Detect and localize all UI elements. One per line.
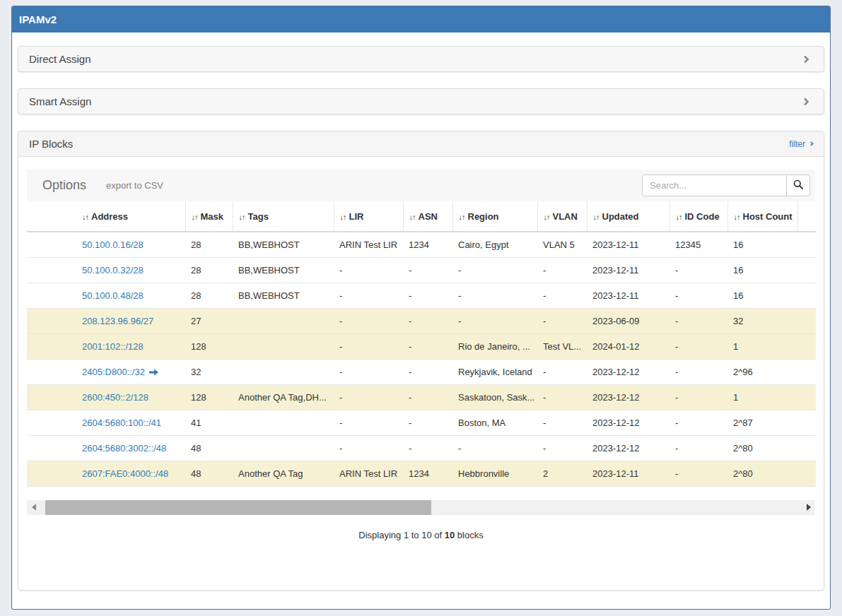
lir-cell: - [334, 334, 403, 360]
sort-icon[interactable]: ↓↑ [82, 213, 88, 221]
column-header-id_code[interactable]: ↓↑ID Code [669, 201, 727, 232]
vlan-cell: - [537, 360, 587, 385]
vlan-cell: 2 [537, 461, 587, 487]
id-code-cell: - [669, 283, 727, 309]
address-link[interactable]: 2600:450::2/128 [82, 392, 148, 403]
vlan-cell: - [537, 283, 587, 309]
address-cell: 2604:5680:3002::/48 [76, 436, 185, 461]
filler-column-header [797, 201, 816, 232]
blank-cell [27, 385, 76, 410]
column-header-label: Region [468, 211, 499, 222]
address-link[interactable]: 2604:5680:3002::/48 [82, 443, 166, 454]
column-header-label: LIR [349, 211, 364, 222]
address-link[interactable]: 2604:5680:100::/41 [82, 417, 161, 428]
id-code-cell: - [669, 334, 727, 360]
address-link[interactable]: 50.100.0.16/28 [82, 239, 144, 250]
search-input[interactable] [642, 174, 787, 196]
scroll-right-icon[interactable] [807, 504, 811, 511]
chevron-right-icon [801, 55, 809, 63]
sort-icon[interactable]: ↓↑ [409, 213, 416, 221]
lir-cell: - [334, 360, 403, 385]
region-cell: Saskatoon, Sask... [452, 385, 537, 410]
updated-cell: 2023-12-12 [587, 385, 669, 410]
mask-cell: 27 [185, 309, 233, 334]
host-count-cell: 16 [727, 283, 797, 309]
table-body: 50.100.0.16/28 28 BB,WEBHOST ARIN Test L… [27, 232, 816, 487]
address-cell: 2405:D800::/32 [76, 360, 185, 385]
column-header-tags[interactable]: ↓↑Tags [233, 201, 334, 232]
blank-cell [27, 283, 76, 309]
lir-cell: - [334, 410, 403, 436]
id-code-cell: 12345 [669, 232, 727, 258]
options-toolbar: Options export to CSV [27, 170, 815, 201]
filter-link[interactable]: filter [789, 139, 813, 149]
column-header-label: ID Code [685, 211, 720, 222]
column-header-mask[interactable]: ↓↑Mask [185, 201, 233, 232]
sort-icon[interactable]: ↓↑ [239, 213, 245, 221]
scroll-left-icon[interactable] [32, 504, 36, 511]
column-header-label: Address [91, 211, 128, 222]
table-row: 2604:5680:100::/41 41 - - Boston, MA - 2… [27, 410, 816, 436]
blank-cell [27, 309, 76, 334]
tags-cell: BB,WEBHOST [233, 258, 334, 283]
host-count-cell: 32 [727, 309, 797, 334]
sort-icon[interactable]: ↓↑ [593, 213, 600, 221]
sort-icon[interactable]: ↓↑ [544, 213, 550, 221]
host-count-cell: 2^80 [727, 436, 797, 461]
column-header-host_count[interactable]: ↓↑Host Count [727, 201, 797, 232]
address-link[interactable]: 50.100.0.32/28 [82, 265, 144, 276]
filler-cell [797, 436, 816, 461]
sort-icon[interactable]: ↓↑ [459, 213, 465, 221]
column-header-address[interactable]: ↓↑Address [76, 201, 185, 232]
column-header-asn[interactable]: ↓↑ASN [403, 201, 452, 232]
blank-cell [27, 410, 76, 436]
asn-cell: - [403, 410, 452, 436]
region-cell: - [452, 436, 537, 461]
scrollbar-thumb[interactable] [45, 500, 431, 515]
id-code-cell: - [669, 309, 727, 334]
panel-smart-assign[interactable]: Smart Assign [18, 88, 824, 114]
panel-direct-assign[interactable]: Direct Assign [18, 46, 824, 72]
region-cell: Rio de Janeiro, ... [452, 334, 537, 360]
column-header-updated[interactable]: ↓↑Updated [587, 201, 669, 232]
search-button[interactable] [786, 174, 810, 196]
address-link[interactable]: 2001:102::/128 [82, 341, 144, 352]
table-row: 50.100.0.48/28 28 BB,WEBHOST - - - - 202… [27, 283, 816, 309]
host-count-cell: 2^80 [727, 461, 797, 487]
filler-cell [797, 283, 816, 309]
region-cell: - [452, 283, 537, 309]
address-link[interactable]: 208.123.96.96/27 [82, 316, 153, 326]
tags-cell: Another QA Tag [233, 461, 334, 487]
address-link[interactable]: 2405:D800::/32 [82, 367, 145, 377]
column-header-lir[interactable]: ↓↑LIR [334, 201, 403, 232]
address-link[interactable]: 2607:FAE0:4000::/48 [82, 468, 168, 479]
address-cell: 2001:102::/128 [76, 334, 185, 360]
pagination-status: Displaying 1 to 10 of 10 blocks [27, 530, 815, 540]
tags-cell [233, 436, 334, 461]
asn-cell: - [403, 283, 452, 309]
tags-cell [233, 309, 334, 334]
sort-icon[interactable]: ↓↑ [734, 213, 740, 221]
table-row: 50.100.0.16/28 28 BB,WEBHOST ARIN Test L… [27, 232, 816, 258]
host-count-cell: 2^87 [727, 410, 797, 436]
updated-cell: 2023-06-09 [587, 309, 669, 334]
export-csv-link[interactable]: export to CSV [106, 180, 163, 191]
sort-icon[interactable]: ↓↑ [676, 213, 682, 221]
sort-icon[interactable]: ↓↑ [192, 213, 198, 221]
horizontal-scrollbar[interactable] [27, 500, 815, 515]
blank-column-header [27, 201, 76, 232]
column-header-vlan[interactable]: ↓↑VLAN [537, 201, 587, 232]
options-button[interactable]: Options [42, 178, 86, 193]
filler-cell [797, 461, 816, 487]
blank-cell [27, 436, 76, 461]
mask-cell: 48 [185, 436, 233, 461]
sort-icon[interactable]: ↓↑ [340, 213, 346, 221]
region-cell: - [452, 309, 537, 334]
column-header-region[interactable]: ↓↑Region [452, 201, 537, 232]
panel-smart-assign-label: Smart Assign [29, 95, 91, 107]
pagination-suffix: blocks [455, 530, 483, 540]
address-link[interactable]: 50.100.0.48/28 [82, 290, 144, 301]
tags-cell [233, 334, 334, 360]
vlan-cell: Test VL... [537, 334, 587, 360]
table-row: 2604:5680:3002::/48 48 - - - - 2023-12-1… [27, 436, 816, 461]
